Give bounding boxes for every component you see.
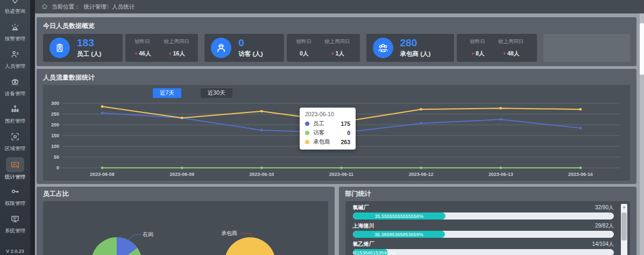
dept-bar-track: 35.36585365853659%	[353, 231, 614, 238]
svg-text:2023-06-09: 2023-06-09	[169, 172, 194, 177]
dept-bar-fill: 35.55555555555556%	[353, 212, 446, 219]
dept-row: 氯乙烯厂14/104人13.461538461538462%	[353, 240, 614, 255]
tab-recent-7-days[interactable]: 近7天	[153, 88, 181, 98]
compare-vs-lastweek: 较上周同日▼1人	[324, 38, 350, 58]
series-dot	[305, 122, 309, 126]
system-icon	[10, 214, 20, 224]
employee-pie: 在岗	[91, 231, 153, 255]
region-frame-icon-wrap	[7, 130, 23, 144]
compare-vs-yesterday-label: 较昨日	[296, 38, 312, 45]
person-list-icon	[10, 49, 20, 59]
sidebar: 轨迹查询报警管理人员管理设备管理围栏管理区域管理统计管理权限管理系统管理 V 2…	[0, 0, 30, 255]
siren-icon	[10, 22, 20, 32]
sidebar-item-device-mgmt[interactable]: 设备管理	[0, 75, 30, 102]
dept-bar-track: 35.55555555555556%	[353, 212, 614, 219]
sidebar-item-system-mgmt[interactable]: 系统管理	[0, 212, 30, 239]
sidebar-item-fence-mgmt[interactable]: 围栏管理	[0, 102, 30, 130]
dept-name: 氯碱厂	[353, 204, 369, 211]
tooltip-series-name: 访客	[313, 129, 338, 137]
sidebar-item-personnel-mgmt[interactable]: 人员管理	[0, 47, 30, 75]
map-pin-icon-wrap	[7, 0, 23, 6]
stat-text: 0访客 (人)	[238, 38, 263, 58]
flow-range-tabs: 近7天近30天	[153, 88, 626, 98]
dept-name: 氯乙烯厂	[353, 240, 374, 248]
svg-text:150: 150	[51, 133, 59, 138]
tooltip-series-value: 263	[341, 139, 350, 145]
compare-vs-lastweek-label: 较上周同日	[498, 38, 524, 45]
compare-vs-lastweek: 较上周同日▼48人	[498, 38, 524, 58]
pie-panel: 员工占比 在岗承包商	[37, 187, 335, 255]
fence-pin-icon-wrap	[7, 102, 23, 116]
main-area: 当前位置： 统计管理〉人员统计 今日人员数据概览 183员工 (人)较昨日▼46…	[35, 0, 644, 255]
compare-vs-lastweek-value: ▼48人	[498, 50, 524, 58]
compare-card-employee: 较昨日▼46人较上周同日▼16人	[125, 34, 198, 62]
compare-vs-yesterday-label: 较昨日	[470, 38, 485, 45]
compare-vs-lastweek-label: 较上周同日	[324, 38, 350, 45]
dept-count: 14/104人	[592, 240, 614, 248]
chart-tooltip: 2023-06-10 员工175访客0承包商263	[300, 108, 356, 150]
fence-pin-icon	[10, 104, 20, 114]
visitor-icon-circle	[211, 38, 231, 58]
compare-vs-yesterday-value: ▼46人	[134, 50, 151, 58]
dept-panel: 部门统计 氯碱厂32/90人35.55555555555556%上海德川29/8…	[339, 187, 637, 255]
pie-title: 员工占比	[43, 189, 328, 199]
dept-count: 32/90人	[595, 204, 614, 211]
dept-card: 氯碱厂32/90人35.55555555555556%上海德川29/82人35.…	[345, 201, 631, 255]
sidebar-item-region-mgmt[interactable]: 区域管理	[0, 130, 30, 157]
content: 今日人员数据概览 183员工 (人)较昨日▼46人较上周同日▼16人0访客 (人…	[35, 13, 644, 255]
sidebar-item-label: 权限管理	[5, 200, 25, 207]
tab-recent-30-days[interactable]: 近30天	[201, 88, 232, 98]
svg-text:300: 300	[51, 101, 59, 106]
sidebar-item-label: 区域管理	[5, 145, 25, 152]
dept-scrollbar[interactable]: ▲	[621, 204, 627, 255]
stat-card-visitor: 0访客 (人)	[204, 34, 284, 62]
flow-chart-card: 近7天近30天 0501001502002503002023-06-082023…	[43, 85, 630, 181]
svg-text:0: 0	[56, 165, 59, 171]
compare-vs-lastweek-value: ▼1人	[324, 50, 350, 58]
compare-card-contractor: 较昨日▼8人较上周同日▼48人	[457, 34, 536, 62]
trend-down-icon: ▼	[168, 52, 172, 55]
sidebar-item-label: 报警管理	[5, 36, 25, 42]
page-scrollbar-thumb[interactable]	[640, 23, 644, 75]
dept-bar-track: 13.461538461538462%	[353, 249, 614, 255]
stat-value-employee: 183	[77, 38, 101, 49]
scroll-up-icon[interactable]: ▲	[621, 204, 627, 210]
siren-icon-wrap	[7, 20, 23, 34]
tooltip-series-name: 承包商	[313, 138, 331, 146]
dept-bar-fill: 35.36585365853659%	[353, 231, 445, 238]
device-icon	[10, 77, 20, 87]
map-pin-icon	[10, 0, 20, 4]
tooltip-series-value: 175	[341, 121, 350, 127]
tooltip-date: 2023-06-10	[305, 111, 350, 117]
pie-card: 在岗承包商	[43, 201, 328, 255]
dept-name: 上海德川	[353, 222, 374, 230]
sidebar-item-label: 设备管理	[5, 90, 25, 97]
sidebar-item-track-query[interactable]: 轨迹查询	[0, 0, 30, 20]
badge-icon	[54, 42, 66, 54]
key-icon-wrap	[7, 185, 23, 199]
dept-scrollbar-thumb[interactable]	[621, 212, 627, 240]
dept-row-head: 氯乙烯厂14/104人	[353, 240, 614, 248]
page-scrollbar[interactable]	[640, 13, 644, 255]
stat-label-employee: 员工 (人)	[77, 50, 101, 58]
tooltip-series-name: 员工	[313, 120, 331, 128]
flow-panel: 人员流量数据统计 近7天近30天 0501001502002503002023-…	[37, 69, 636, 184]
bar-chart-icon-wrap	[6, 157, 24, 172]
svg-text:2023-06-13: 2023-06-13	[489, 172, 513, 177]
card-group-employee: 183员工 (人)较昨日▼46人较上周同日▼16人	[43, 34, 198, 62]
system-icon-wrap	[7, 212, 23, 226]
stat-value-visitor: 0	[238, 38, 263, 49]
sidebar-item-stats-mgmt[interactable]: 统计管理	[0, 157, 30, 185]
sidebar-item-label: 围栏管理	[5, 118, 25, 125]
sidebar-item-permission-mgmt[interactable]: 权限管理	[0, 185, 30, 212]
app-version: V 2.0.23	[0, 249, 30, 254]
breadcrumb-bar: 当前位置： 统计管理〉人员统计	[35, 0, 644, 13]
series-dot	[305, 140, 309, 144]
dept-row-head: 氯碱厂32/90人	[353, 204, 614, 211]
visitor-icon	[215, 42, 227, 54]
bar-chart-icon	[10, 160, 20, 169]
sidebar-item-alarm-mgmt[interactable]: 报警管理	[0, 20, 30, 47]
stat-label-visitor: 访客 (人)	[238, 50, 263, 58]
contractor-pie: 承包商	[221, 230, 275, 255]
overview-title: 今日人员数据概览	[43, 22, 630, 31]
